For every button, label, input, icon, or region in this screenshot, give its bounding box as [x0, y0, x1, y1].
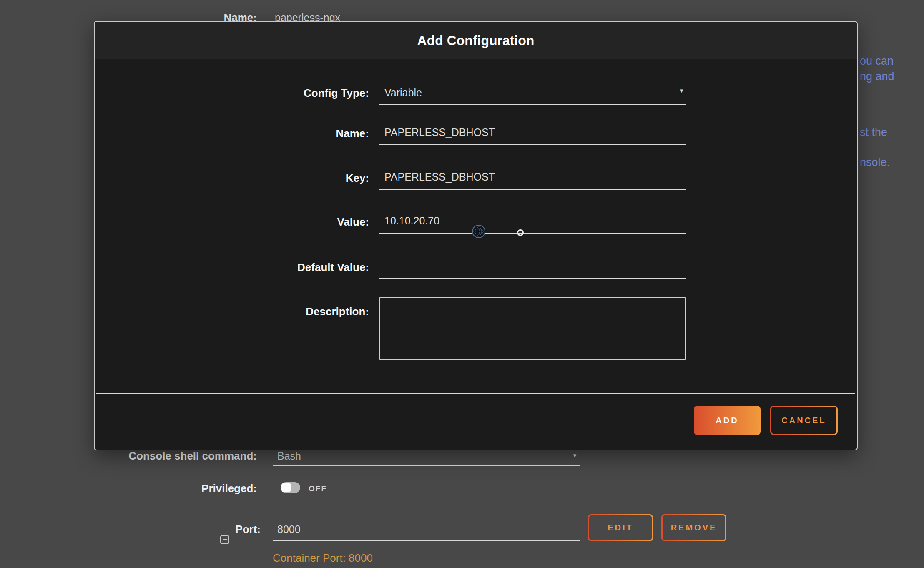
add-button[interactable]: ADD	[694, 406, 761, 435]
config-type-row: Config Type: Variable ▼	[241, 81, 687, 105]
toggle-knob	[281, 483, 291, 492]
console-shell-label: Console shell command:	[125, 450, 257, 462]
description-textarea[interactable]	[379, 297, 686, 360]
name-row: Name:	[241, 122, 687, 145]
chevron-down-icon: ▼	[679, 88, 684, 93]
cancel-button[interactable]: CANCEL	[770, 406, 838, 435]
key-input[interactable]	[379, 166, 686, 189]
value-row: Value:	[241, 210, 687, 234]
default-value-label: Default Value:	[241, 261, 369, 274]
config-type-value[interactable]: Variable	[379, 87, 686, 99]
chevron-down-icon[interactable]: ▼	[572, 453, 578, 458]
port-underline	[273, 540, 580, 541]
privileged-state: OFF	[309, 484, 327, 493]
console-shell-select[interactable]: Bash	[277, 450, 301, 462]
key-label: Key:	[241, 172, 369, 185]
privileged-toggle[interactable]	[281, 482, 300, 493]
privileged-label: Privileged:	[125, 482, 257, 495]
name-label: Name:	[241, 127, 369, 140]
config-type-select[interactable]: Variable ▼	[379, 81, 686, 105]
collapse-icon[interactable]	[220, 535, 229, 544]
move-cursor-icon	[472, 224, 486, 240]
footer-divider	[96, 393, 855, 394]
remove-button[interactable]: REMOVE	[661, 514, 726, 541]
value-label: Value:	[241, 216, 369, 229]
help-text-fragment: ou can	[860, 55, 894, 68]
name-input[interactable]	[379, 122, 686, 144]
click-indicator-icon	[517, 229, 524, 236]
value-input[interactable]	[379, 210, 686, 233]
page-background: Name: paperless-ngx ou can ng and st the…	[0, 0, 924, 20]
description-label: Description:	[241, 297, 369, 318]
config-type-label: Config Type:	[241, 87, 369, 100]
port-label: Port:	[225, 523, 261, 536]
edit-button[interactable]: EDIT	[588, 514, 653, 541]
console-shell-underline	[273, 465, 580, 466]
default-value-row: Default Value:	[241, 256, 687, 279]
default-value-input[interactable]	[379, 256, 686, 278]
modal-title: Add Configuration	[417, 33, 535, 48]
help-text-fragment: nsole.	[860, 156, 890, 169]
help-text-fragment: st the	[860, 126, 887, 139]
container-port-note: Container Port: 8000	[273, 552, 373, 565]
modal-header: Add Configuration	[95, 22, 857, 59]
port-value[interactable]: 8000	[277, 523, 301, 535]
help-text-fragment: ng and	[860, 70, 894, 83]
key-row: Key:	[241, 166, 687, 190]
description-row: Description:	[241, 297, 686, 360]
